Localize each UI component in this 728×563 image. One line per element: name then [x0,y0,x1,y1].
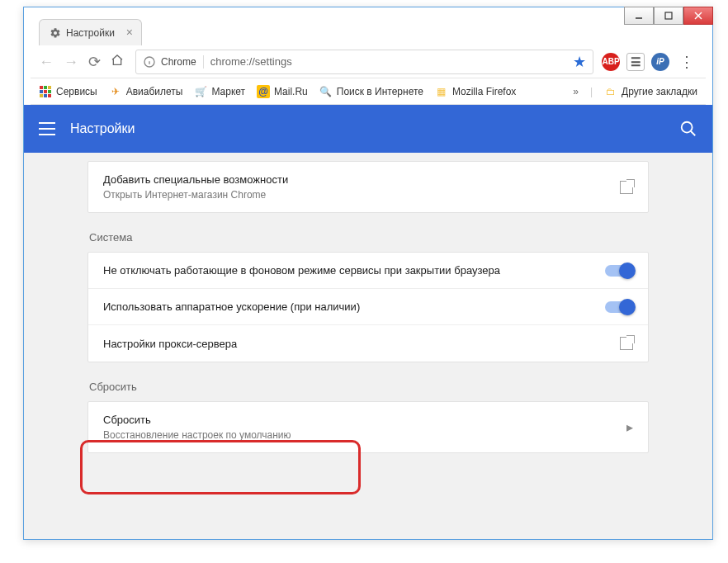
reset-row[interactable]: Сбросить Восстановление настроек по умол… [88,402,648,452]
bookmark-mailru[interactable]: @ Mail.Ru [257,85,308,98]
bookmark-aviatickets[interactable]: ✈ Авиабилеты [109,85,183,98]
address-bar[interactable]: Chrome ★ [135,50,593,74]
accessibility-row[interactable]: Добавить специальные возможности Открыть… [88,162,648,212]
svg-rect-7 [40,86,43,89]
svg-rect-1 [665,12,672,19]
at-icon: @ [257,85,270,98]
hardware-accel-label: Использовать аппаратное ускорение (при н… [103,300,360,313]
external-link-icon [620,181,633,194]
system-section-label: Система [87,228,649,252]
page-icon: ▦ [435,85,448,98]
extension-icon-ip[interactable]: iP [651,53,669,71]
tab-title: Настройки [66,27,115,39]
reset-sub: Восстановление настроек по умолчанию [103,429,291,441]
page-title: Настройки [70,121,135,136]
svg-rect-15 [48,94,51,97]
background-services-row[interactable]: Не отключать работающие в фоновом режиме… [88,253,648,289]
tab-strip: Настройки × [39,19,564,47]
extension-icon-2[interactable]: ☰ [626,53,645,71]
background-services-label: Не отключать работающие в фоновом режиме… [103,264,500,277]
chevron-right-icon: ▸ [626,419,633,435]
window-controls [624,7,713,25]
bookmark-label: Mozilla Firefox [452,86,516,97]
background-services-toggle[interactable] [605,265,633,277]
apps-icon [39,85,52,98]
hardware-accel-toggle[interactable] [605,301,633,313]
reload-button[interactable]: ⟳ [88,54,101,69]
bookmark-star-icon[interactable]: ★ [573,53,586,71]
system-card: Не отключать работающие в фоновом режиме… [87,252,649,362]
reset-title: Сбросить [103,414,291,426]
extension-icons: ABP ☰ iP ⋮ [602,53,701,71]
bookmark-market[interactable]: 🛒 Маркет [194,85,245,98]
settings-header: Настройки [24,105,712,153]
menu-icon[interactable] [39,122,55,135]
gear-icon [50,27,61,39]
nav-buttons: ← → ⟳ [35,54,127,69]
cart-icon: 🛒 [194,85,207,98]
bookmark-label: Сервисы [56,86,97,97]
plane-icon: ✈ [109,85,122,98]
bookmark-label: Маркет [211,86,245,97]
svg-rect-8 [44,86,47,89]
settings-scroll-area[interactable]: Добавить специальные возможности Открыть… [24,153,712,539]
accessibility-card: Добавить специальные возможности Открыть… [87,161,649,213]
menu-button[interactable]: ⋮ [676,53,697,71]
svg-line-17 [691,131,696,136]
folder-icon: 🗀 [604,85,617,98]
svg-point-16 [682,122,693,133]
svg-rect-13 [40,94,43,97]
browser-window: Настройки × ← → ⟳ Chrome ★ ABP ☰ iP ⋮ [23,7,713,540]
reset-section-label: Сбросить [87,377,649,401]
bookmark-label: Авиабилеты [126,86,183,97]
back-button[interactable]: ← [39,54,54,69]
bookmarks-bar: Сервисы ✈ Авиабилеты 🛒 Маркет @ Mail.Ru … [31,78,706,105]
minimize-button[interactable] [624,7,654,25]
security-chip[interactable]: Chrome [143,55,204,69]
bookmarks-overflow[interactable]: » [573,86,579,97]
accessibility-sub: Открыть Интернет-магазин Chrome [103,189,288,201]
forward-button[interactable]: → [64,54,78,69]
url-input[interactable] [210,55,566,68]
bookmark-apps[interactable]: Сервисы [39,85,97,98]
other-bookmarks-label: Другие закладки [622,86,697,97]
adblock-icon[interactable]: ABP [602,53,620,71]
search-icon[interactable] [679,120,697,138]
svg-rect-11 [44,90,47,93]
proxy-settings-row[interactable]: Настройки прокси-сервера [88,325,648,362]
page-content: Настройки Добавить специальные возможнос… [24,105,712,539]
svg-rect-12 [48,90,51,93]
bookmark-search[interactable]: 🔍 Поиск в Интернете [319,85,423,98]
security-chip-label: Chrome [161,56,196,68]
reset-card: Сбросить Восстановление настроек по умол… [87,401,649,453]
svg-rect-14 [44,94,47,97]
svg-rect-9 [48,86,51,89]
tab-close-icon[interactable]: × [126,26,133,38]
svg-rect-10 [40,90,43,93]
home-button[interactable] [111,54,124,69]
accessibility-title: Добавить специальные возможности [103,173,288,186]
bookmark-label: Mail.Ru [274,86,308,97]
tab-settings[interactable]: Настройки × [39,19,142,45]
proxy-settings-label: Настройки прокси-сервера [103,338,237,350]
maximize-button[interactable] [654,7,683,25]
close-window-button[interactable] [683,7,713,25]
info-icon [143,55,156,69]
hardware-accel-row[interactable]: Использовать аппаратное ускорение (при н… [88,289,648,325]
toolbar: ← → ⟳ Chrome ★ ABP ☰ iP ⋮ [31,45,706,78]
other-bookmarks[interactable]: 🗀 Другие закладки [604,85,697,98]
bookmark-firefox[interactable]: ▦ Mozilla Firefox [435,85,516,98]
search-bm-icon: 🔍 [319,85,333,98]
bookmark-label: Поиск в Интернете [337,86,423,97]
external-link-icon [620,337,633,350]
